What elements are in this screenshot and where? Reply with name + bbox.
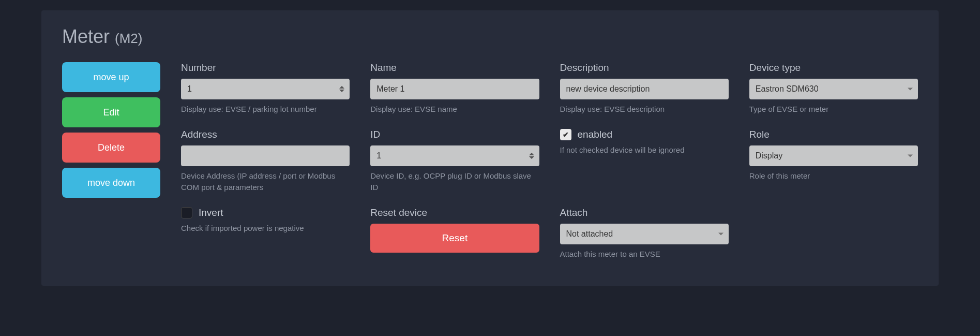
title-sub: (M2) (115, 31, 142, 46)
spinner-icon[interactable] (337, 82, 346, 96)
name-input[interactable] (370, 79, 539, 99)
invert-checkbox[interactable] (181, 207, 192, 218)
empty-cell (749, 207, 918, 260)
enabled-checkbox[interactable]: ✔ (560, 129, 571, 140)
role-select[interactable] (749, 145, 918, 166)
number-label: Number (181, 62, 350, 74)
side-buttons: move up Edit Delete move down (62, 62, 160, 260)
enabled-label: enabled (578, 129, 613, 140)
number-input[interactable] (181, 79, 350, 99)
name-label: Name (370, 62, 539, 74)
edit-button[interactable]: Edit (62, 97, 160, 127)
spinner-icon[interactable] (527, 149, 536, 163)
field-invert: Invert Check if imported power is negati… (181, 207, 350, 260)
device-type-label: Device type (749, 62, 918, 74)
device-type-select[interactable] (749, 79, 918, 99)
attach-help: Attach this meter to an EVSE (560, 249, 729, 260)
field-description: Description Display use: EVSE descriptio… (560, 62, 729, 115)
description-input[interactable] (560, 79, 729, 99)
content: move up Edit Delete move down Number Dis… (62, 62, 918, 260)
field-address: Address Device Address (IP address / por… (181, 129, 350, 194)
title-main: Meter (62, 26, 110, 47)
description-label: Description (560, 62, 729, 74)
enabled-help: If not checked device will be ignored (560, 144, 729, 156)
page-title: Meter (M2) (62, 26, 918, 48)
field-enabled: ✔ enabled If not checked device will be … (560, 129, 729, 194)
id-label: ID (370, 129, 539, 140)
field-name: Name Display use: EVSE name (370, 62, 539, 115)
name-help: Display use: EVSE name (370, 104, 539, 115)
invert-help: Check if imported power is negative (181, 223, 350, 235)
field-reset: Reset device Reset (370, 207, 539, 260)
address-help: Device Address (IP address / port or Mod… (181, 170, 350, 194)
fields-grid: Number Display use: EVSE / parking lot n… (181, 62, 918, 260)
device-type-help: Type of EVSE or meter (749, 104, 918, 115)
role-help: Role of this meter (749, 170, 918, 182)
delete-button[interactable]: Delete (62, 133, 160, 163)
role-label: Role (749, 129, 918, 140)
meter-panel: Meter (M2) move up Edit Delete move down… (41, 10, 939, 286)
id-input[interactable] (370, 145, 539, 166)
field-device-type: Device type Type of EVSE or meter (749, 62, 918, 115)
field-role: Role Role of this meter (749, 129, 918, 194)
number-help: Display use: EVSE / parking lot number (181, 104, 350, 115)
reset-button[interactable]: Reset (370, 224, 539, 253)
field-attach: Attach Attach this meter to an EVSE (560, 207, 729, 260)
address-input[interactable] (181, 145, 350, 166)
id-help: Device ID, e.g. OCPP plug ID or Modbus s… (370, 170, 539, 194)
field-number: Number Display use: EVSE / parking lot n… (181, 62, 350, 115)
address-label: Address (181, 129, 350, 140)
field-id: ID Device ID, e.g. OCPP plug ID or Modbu… (370, 129, 539, 194)
reset-label: Reset device (370, 207, 539, 218)
invert-label: Invert (199, 207, 223, 218)
description-help: Display use: EVSE description (560, 104, 729, 115)
attach-select[interactable] (560, 224, 729, 244)
move-down-button[interactable]: move down (62, 168, 160, 198)
attach-label: Attach (560, 207, 729, 218)
move-up-button[interactable]: move up (62, 62, 160, 92)
